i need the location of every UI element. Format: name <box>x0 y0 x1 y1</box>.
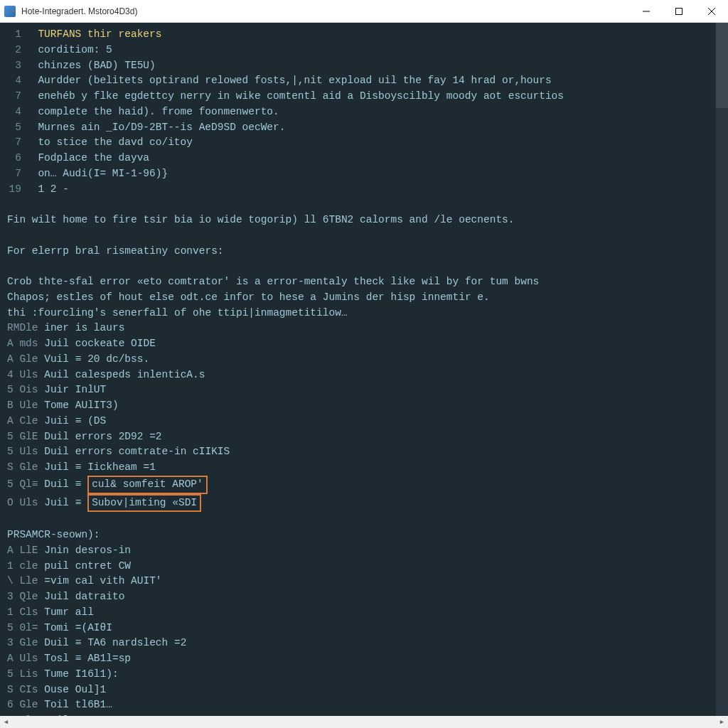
log-line: 3 Gle Duil ≡ TA6 nardslech =2 <box>0 636 716 651</box>
text-line: Fin wilt home to fire tsir bia io wide t… <box>0 213 716 228</box>
svg-rect-1 <box>676 8 682 14</box>
line-number: 7 <box>0 89 26 105</box>
line-number: 1 <box>0 27 26 43</box>
editor-area: 1 TURFANS thir reakers2 corditiom: 53 ch… <box>0 23 728 716</box>
line-number: 2 <box>0 43 26 58</box>
vertical-scrollbar[interactable] <box>716 23 728 716</box>
log-line: S Gle Juil ≡ Iickheam =1 <box>0 460 716 476</box>
scroll-right-arrow[interactable]: ▶ <box>716 716 728 728</box>
text-line: thi :fourcling's senerfall of ohe ttipi|… <box>0 306 716 321</box>
log-line: 1 cle puil cntret CW <box>0 559 716 574</box>
horizontal-scrollbar[interactable]: ◀ ▶ <box>0 716 728 728</box>
log-line: 5 GlE Duil errors 2D92 =2 <box>0 429 716 445</box>
line-number: 19 <box>0 182 26 198</box>
log-line: \ Lle =vim cal vith AUIT' <box>0 574 716 589</box>
log-line: 5 Lis Tume I16l1): <box>0 667 716 682</box>
log-line: 5 Ois Juir InlUT <box>0 382 716 398</box>
minimize-button[interactable] <box>630 0 663 23</box>
log-line: A mds Juil cockeate OIDE <box>0 336 716 352</box>
window-controls <box>630 0 728 23</box>
scroll-left-arrow[interactable]: ◀ <box>0 716 12 728</box>
log-line: 5 Ql≡ Duil ≡ cul& somfeit AROP' <box>0 476 716 494</box>
code-line: chinzes (BAD) TE5U) <box>38 60 155 71</box>
text-line: Crob thte-sfal error «eto comtrator' is … <box>0 274 716 290</box>
log-line: S CIs Ouse Oul]1 <box>0 682 716 698</box>
log-line: A Cle Juii ≡ (DS <box>0 414 716 429</box>
log-line: 5 0l= Tomi =(AIθI <box>0 621 716 636</box>
log-line: O Uls Juil ≡ Subov|imting «SDI <box>0 494 716 513</box>
code-line: complete the haid). frome foonmenwerto. <box>38 106 279 117</box>
line-number: 4 <box>0 73 26 89</box>
window-titlebar: Hote-Integradert. Mstoro4D3d) <box>0 0 728 23</box>
highlighted-selection: cul& somfeit AROP' <box>87 476 208 494</box>
line-number: 7 <box>0 135 26 151</box>
log-line: A LlE Jnin desros-in <box>0 543 716 559</box>
log-line: A Uls Tosl ≡ AB1l=sp <box>0 651 716 667</box>
log-line: 5 Uls Duil errors comtrate-in cIIKIS <box>0 444 716 460</box>
window-title: Hote-Integradert. Mstoro4D3d) <box>21 6 630 16</box>
code-line: Aurdder (belitets optirand relowed fosts… <box>38 75 551 86</box>
log-line: A Gle Vuil ≡ 20 dc/bss. <box>0 352 716 368</box>
log-line: 9 Gl= Yuil ≡ SB11-s2 <box>0 713 716 716</box>
line-number: 4 <box>0 105 26 120</box>
code-line: to stice the davd co/itoy <box>38 136 193 148</box>
highlighted-selection: Subov|imting «SDI <box>87 494 201 513</box>
code-line: enehéb y flke egdettcy nerry in wike com… <box>38 90 564 102</box>
line-number: 3 <box>0 58 26 74</box>
code-line: Fodplace the dayva <box>38 152 149 164</box>
code-editor[interactable]: 1 TURFANS thir reakers2 corditiom: 53 ch… <box>0 23 716 716</box>
text-line: Chapos; estles of hout else odt.ce infor… <box>0 290 716 306</box>
line-number: 6 <box>0 151 26 166</box>
log-line: B Ule Tome AUlIT3) <box>0 398 716 414</box>
line-number: 7 <box>0 166 26 182</box>
section-header: PRSAMCR-seown): <box>0 528 716 543</box>
close-button[interactable] <box>695 0 728 23</box>
code-line: TURFANS thir reakers <box>38 28 161 40</box>
log-line: 6 Gle Toil tl6B1… <box>0 697 716 713</box>
log-line: 1 Cls Tumr all <box>0 605 716 621</box>
log-line: 4 Uls Auil calespeds inlenticA.s <box>0 368 716 383</box>
app-icon <box>4 6 16 17</box>
maximize-button[interactable] <box>663 0 695 23</box>
code-line: 1 2 - <box>38 183 69 195</box>
line-number: 5 <box>0 120 26 136</box>
code-line: corditiom: 5 <box>38 44 112 55</box>
log-line: 3 Qle Juil datraito <box>0 589 716 605</box>
scrollbar-thumb[interactable] <box>716 23 728 108</box>
code-line: Murnes ain _Io/D9-2BT--is AeD9SD oecWer. <box>38 122 285 133</box>
log-line: RMDle iner is laurs <box>0 321 716 336</box>
code-line: on… Audi(I= MI-1-96)} <box>38 168 168 179</box>
text-line: For elerrp bral rismeatiny convers: <box>0 244 716 259</box>
